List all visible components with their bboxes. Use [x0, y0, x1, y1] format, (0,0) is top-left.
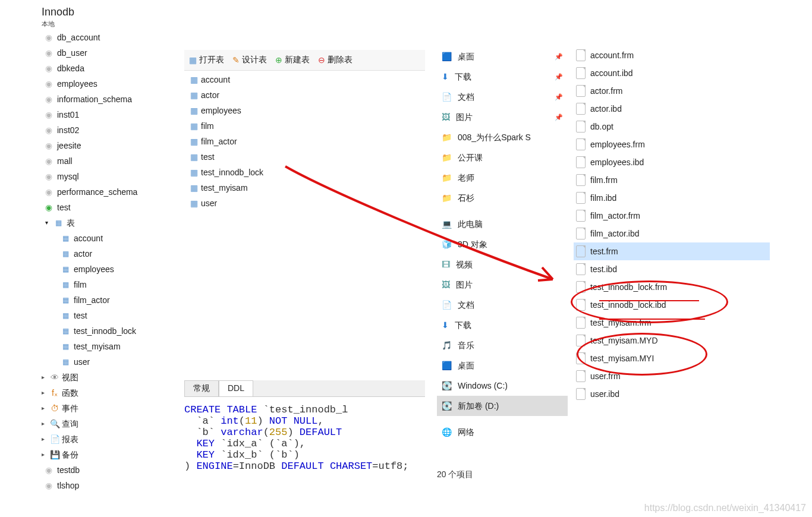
file-account.ibd[interactable]: account.ibd — [574, 64, 770, 82]
table-row-test_myisam[interactable]: ▦test_myisam — [184, 180, 425, 196]
nav-函数[interactable]: ▸fₓ函数 — [42, 385, 178, 401]
nav-item-008_为什么Spark S[interactable]: 📁008_为什么Spark S — [437, 127, 568, 147]
nav-item-网络[interactable]: 🌐网络 — [437, 422, 568, 442]
file-film_actor.frm[interactable]: film_actor.frm — [574, 207, 770, 225]
table-icon: ▦ — [187, 88, 201, 102]
nav-item-音乐[interactable]: 🎵音乐 — [437, 335, 568, 355]
nav-备份[interactable]: ▸💾备份 — [42, 447, 178, 462]
nav-item-Windows (C:)[interactable]: 💽Windows (C:) — [437, 376, 568, 396]
nav-item-文档[interactable]: 📄文档 — [437, 295, 568, 315]
db-item-dbkeda[interactable]: ◉dbkeda — [42, 61, 178, 76]
file-test.frm[interactable]: test.frm — [574, 242, 770, 260]
nav-icon: 🖼 — [442, 108, 450, 126]
nav-item-视频[interactable]: 🎞视频 — [437, 254, 568, 275]
table-row-account[interactable]: ▦account — [184, 72, 425, 87]
table-test[interactable]: ▦test — [42, 308, 178, 323]
table-row-film[interactable]: ▦film — [184, 118, 425, 134]
file-film_actor.ibd[interactable]: film_actor.ibd — [574, 225, 770, 242]
file-film.ibd[interactable]: film.ibd — [574, 189, 770, 207]
file-test_myisam.frm[interactable]: test_myisam.frm — [574, 314, 770, 332]
nav-item-图片[interactable]: 🖼图片 — [437, 275, 568, 295]
table-row-employees[interactable]: ▦employees — [184, 103, 425, 118]
watermark: https://blog.csdn.net/weixin_41340417 — [644, 503, 806, 513]
db-item-tlshop[interactable]: ◉tlshop — [42, 478, 178, 493]
nav-报表[interactable]: ▸📄报表 — [42, 431, 178, 447]
table-row-test_innodb_lock[interactable]: ▦test_innodb_lock — [184, 165, 425, 180]
table-icon: ▦ — [187, 134, 201, 149]
file-film.frm[interactable]: film.frm — [574, 171, 770, 189]
file-icon — [576, 210, 586, 222]
table-icon: ▦ — [58, 355, 73, 368]
db-item-mall[interactable]: ◉mall — [42, 153, 178, 169]
db-item-performance_schema[interactable]: ◉performance_schema — [42, 184, 178, 200]
nav-item-图片[interactable]: 🖼图片📌 — [437, 107, 568, 127]
table-test_innodb_lock[interactable]: ▦test_innodb_lock — [42, 323, 178, 339]
nav-事件[interactable]: ▸⏱事件 — [42, 401, 178, 416]
file-employees.frm[interactable]: employees.frm — [574, 135, 770, 153]
file-test_myisam.MYI[interactable]: test_myisam.MYI — [574, 349, 770, 367]
nav-item-公开课[interactable]: 📁公开课 — [437, 147, 568, 168]
file-test_innodb_lock.frm[interactable]: test_innodb_lock.frm — [574, 278, 770, 296]
table-film[interactable]: ▦film — [42, 277, 178, 292]
table-test_myisam[interactable]: ▦test_myisam — [42, 339, 178, 354]
nav-icon: 📁 — [442, 149, 452, 166]
nav-icon: 💽 — [442, 377, 452, 395]
nav-查询[interactable]: ▸🔍查询 — [42, 416, 178, 431]
db-item-db_account[interactable]: ◉db_account — [42, 30, 178, 45]
db-item-employees[interactable]: ◉employees — [42, 76, 178, 92]
nav-item-石杉[interactable]: 📁石杉 — [437, 188, 568, 208]
table-actor[interactable]: ▦actor — [42, 246, 178, 261]
table-employees[interactable]: ▦employees — [42, 261, 178, 277]
nav-item-3D 对象[interactable]: 🧊3D 对象 — [437, 234, 568, 254]
nav-item-文档[interactable]: 📄文档📌 — [437, 87, 568, 107]
nav-item-老师[interactable]: 📁老师 — [437, 168, 568, 188]
db-icon: ◉ — [42, 464, 56, 477]
file-test_innodb_lock.ibd[interactable]: test_innodb_lock.ibd — [574, 296, 770, 314]
file-actor.ibd[interactable]: actor.ibd — [574, 100, 770, 118]
db-item-testdb[interactable]: ◉testdb — [42, 462, 178, 478]
nav-item-桌面[interactable]: 🟦桌面📌 — [437, 46, 568, 67]
nav-item-下载[interactable]: ⬇下载📌 — [437, 67, 568, 87]
new-table-button[interactable]: ⊕新建表 — [273, 53, 312, 67]
file-actor.frm[interactable]: actor.frm — [574, 82, 770, 100]
file-db.opt[interactable]: db.opt — [574, 118, 770, 135]
nav-item-新加卷 (D:)[interactable]: 💽新加卷 (D:) — [437, 396, 568, 416]
table-film_actor[interactable]: ▦film_actor — [42, 292, 178, 308]
db-item-information_schema[interactable]: ◉information_schema — [42, 92, 178, 107]
file-test.ibd[interactable]: test.ibd — [574, 260, 770, 278]
table-icon: ▦ — [58, 247, 73, 260]
table-account[interactable]: ▦account — [42, 231, 178, 246]
table-user[interactable]: ▦user — [42, 354, 178, 370]
nav-icon: ⬇ — [442, 316, 449, 334]
nav-icon: ⏱ — [48, 402, 62, 415]
file-user.frm[interactable]: user.frm — [574, 367, 770, 385]
file-test_myisam.MYD[interactable]: test_myisam.MYD — [574, 332, 770, 349]
tab-normal[interactable]: 常规 — [184, 380, 219, 396]
file-user.ibd[interactable]: user.ibd — [574, 385, 770, 403]
nav-item-此电脑[interactable]: 💻此电脑 — [437, 214, 568, 234]
table-row-actor[interactable]: ▦actor — [184, 87, 425, 103]
open-table-button[interactable]: ▦打开表 — [187, 53, 226, 67]
db-item-inst01[interactable]: ◉inst01 — [42, 107, 178, 122]
db-item-jeesite[interactable]: ◉jeesite — [42, 138, 178, 153]
db-item-db_user[interactable]: ◉db_user — [42, 45, 178, 61]
table-row-user[interactable]: ▦user — [184, 196, 425, 211]
nav-icon: 📁 — [442, 128, 452, 146]
db-item-test[interactable]: ◉test — [42, 200, 178, 215]
table-row-test[interactable]: ▦test — [184, 149, 425, 165]
db-item-inst02[interactable]: ◉inst02 — [42, 122, 178, 138]
nav-视图[interactable]: ▸👁视图 — [42, 370, 178, 385]
engine-title: Innodb — [42, 6, 178, 18]
tables-node[interactable]: ▾ ▦ 表 — [42, 215, 178, 231]
nav-item-下载[interactable]: ⬇下载 — [437, 315, 568, 335]
db-item-mysql[interactable]: ◉mysql — [42, 169, 178, 184]
nav-item-桌面[interactable]: 🟦桌面 — [437, 355, 568, 376]
file-account.frm[interactable]: account.frm — [574, 46, 770, 64]
file-icon — [576, 103, 586, 115]
design-table-button[interactable]: ✎设计表 — [230, 53, 269, 67]
file-employees.ibd[interactable]: employees.ibd — [574, 153, 770, 171]
table-row-film_actor[interactable]: ▦film_actor — [184, 134, 425, 149]
nav-icon: 📁 — [442, 169, 452, 187]
delete-table-button[interactable]: ⊖删除表 — [316, 53, 355, 67]
tab-ddl[interactable]: DDL — [219, 380, 253, 396]
